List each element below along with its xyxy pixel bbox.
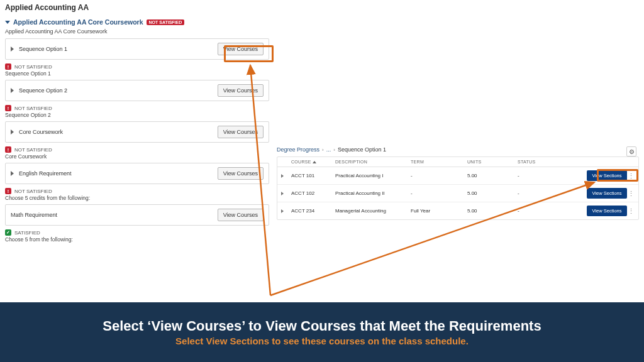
status-text: NOT SATISFIED xyxy=(14,64,52,70)
status-text: NOT SATISFIED xyxy=(14,147,52,153)
cell-status: - xyxy=(518,190,568,196)
section-subtitle: Applied Accounting AA Core Coursework xyxy=(5,28,269,35)
instruction-banner: Select ‘View Courses’ to View Courses th… xyxy=(0,302,644,362)
cell-status: - xyxy=(518,208,568,214)
requirement-name: Sequence Option 2 xyxy=(19,87,67,94)
chevron-right-icon xyxy=(11,47,14,52)
alert-icon: ! xyxy=(5,188,11,194)
requirement-sub: Choose 5 from the following: xyxy=(5,236,269,246)
requirement-sub: Sequence Option 2 xyxy=(5,112,269,121)
coursework-section-header[interactable]: Applied Accounting AA Core Coursework NO… xyxy=(5,18,269,26)
view-courses-button[interactable]: View Courses xyxy=(218,209,264,221)
status-row: ! NOT SATISFIED xyxy=(5,62,269,70)
course-list-panel: Degree Progress › ... › Sequence Option … xyxy=(277,146,639,220)
cell-course: ACCT 101 xyxy=(291,173,335,178)
breadcrumb-root[interactable]: Degree Progress xyxy=(277,146,319,153)
more-icon[interactable]: ⋮ xyxy=(627,174,635,178)
cell-units: 5.00 xyxy=(467,173,518,178)
chevron-right-icon[interactable] xyxy=(281,174,284,178)
cell-term: Full Year xyxy=(411,208,467,214)
not-satisfied-badge: NOT SATISFIED xyxy=(147,19,185,25)
status-text: SATISFIED xyxy=(14,230,40,236)
table-header-row: COURSE DESCRIPTION TERM UNITS STATUS xyxy=(277,157,638,167)
col-status[interactable]: STATUS xyxy=(518,160,568,164)
requirement-row[interactable]: Sequence Option 2 xyxy=(11,87,67,94)
col-term[interactable]: TERM xyxy=(411,160,467,164)
view-courses-button[interactable]: View Courses xyxy=(218,43,264,55)
view-sections-button[interactable]: View Sections xyxy=(587,170,627,181)
requirement-row[interactable]: Sequence Option 1 xyxy=(11,46,67,52)
requirement-name: Core Coursework xyxy=(19,129,63,135)
requirement-name: English Requirement xyxy=(19,170,72,177)
more-icon[interactable]: ⋮ xyxy=(627,192,635,195)
cell-description: Managerial Accounting xyxy=(335,208,411,214)
status-row: ✓ SATISFIED xyxy=(5,228,269,236)
col-units[interactable]: UNITS xyxy=(467,160,518,164)
breadcrumb-mid[interactable]: ... xyxy=(326,146,331,153)
view-sections-button[interactable]: View Sections xyxy=(587,206,627,216)
view-sections-button[interactable]: View Sections xyxy=(587,188,627,199)
breadcrumb-separator-icon: › xyxy=(333,147,335,153)
requirement-card: Core Coursework View Courses xyxy=(5,121,269,143)
table-row: ACCT 101 Practical Accounting I - 5.00 -… xyxy=(277,167,638,185)
breadcrumb-separator-icon: › xyxy=(322,147,324,153)
instruction-main: Select ‘View Courses’ to View Courses th… xyxy=(103,318,541,334)
requirement-sub: Sequence Option 1 xyxy=(5,70,269,80)
cell-description: Practical Accounting I xyxy=(335,173,411,178)
requirement-row[interactable]: Math Requirement xyxy=(11,212,57,218)
alert-icon: ! xyxy=(5,105,11,111)
table-row: ACCT 102 Practical Accounting II - 5.00 … xyxy=(277,185,638,202)
requirement-name: Math Requirement xyxy=(11,212,57,218)
status-text: NOT SATISFIED xyxy=(14,106,52,111)
status-row: ! NOT SATISFIED xyxy=(5,187,269,195)
more-icon[interactable]: ⋮ xyxy=(627,209,635,213)
view-courses-button[interactable]: View Courses xyxy=(218,126,264,138)
chevron-right-icon[interactable] xyxy=(281,209,284,213)
cell-description: Practical Accounting II xyxy=(335,190,411,196)
check-icon: ✓ xyxy=(5,229,11,236)
gear-icon[interactable]: ⚙ xyxy=(626,146,636,156)
requirement-row[interactable]: Core Coursework xyxy=(11,129,63,135)
requirements-panel: Applied Accounting AA Applied Accounting… xyxy=(5,3,269,246)
cell-course: ACCT 102 xyxy=(291,190,335,196)
status-row: ! NOT SATISFIED xyxy=(5,145,269,153)
status-text: NOT SATISFIED xyxy=(14,189,52,194)
chevron-down-icon xyxy=(5,21,10,24)
cell-course: ACCT 234 xyxy=(291,208,335,214)
status-row: ! NOT SATISFIED xyxy=(5,104,269,112)
table-row: ACCT 234 Managerial Accounting Full Year… xyxy=(277,202,638,219)
requirement-card: Sequence Option 1 View Courses xyxy=(5,38,269,60)
page-title: Applied Accounting AA xyxy=(5,3,269,12)
col-description[interactable]: DESCRIPTION xyxy=(335,160,411,164)
col-course[interactable]: COURSE xyxy=(291,160,335,164)
cell-units: 5.00 xyxy=(467,190,518,196)
requirement-sub: Core Coursework xyxy=(5,153,269,163)
requirement-card: Math Requirement View Courses xyxy=(5,204,269,226)
chevron-right-icon xyxy=(11,171,14,176)
view-courses-button[interactable]: View Courses xyxy=(218,84,264,97)
requirement-row[interactable]: English Requirement xyxy=(11,170,72,177)
requirement-name: Sequence Option 1 xyxy=(19,46,67,52)
alert-icon: ! xyxy=(5,146,11,153)
cell-status: - xyxy=(518,173,568,178)
chevron-right-icon xyxy=(11,88,14,93)
view-courses-button[interactable]: View Courses xyxy=(218,167,264,180)
cell-units: 5.00 xyxy=(467,208,518,214)
chevron-right-icon xyxy=(11,129,14,134)
cell-term: - xyxy=(411,173,467,178)
sort-asc-icon xyxy=(313,161,316,163)
chevron-right-icon[interactable] xyxy=(281,192,284,195)
alert-icon: ! xyxy=(5,63,11,70)
breadcrumb-current: Sequence Option 1 xyxy=(338,146,386,153)
instruction-sub: Select View Sections to see these course… xyxy=(175,336,469,346)
requirement-card: English Requirement View Courses xyxy=(5,163,269,184)
breadcrumb: Degree Progress › ... › Sequence Option … xyxy=(277,146,639,153)
requirement-sub: Choose 5 credits from the following: xyxy=(5,195,269,204)
section-title: Applied Accounting AA Core Coursework xyxy=(13,18,143,26)
requirement-card: Sequence Option 2 View Courses xyxy=(5,80,269,101)
course-table: COURSE DESCRIPTION TERM UNITS STATUS ACC… xyxy=(277,156,639,220)
cell-term: - xyxy=(411,190,467,196)
